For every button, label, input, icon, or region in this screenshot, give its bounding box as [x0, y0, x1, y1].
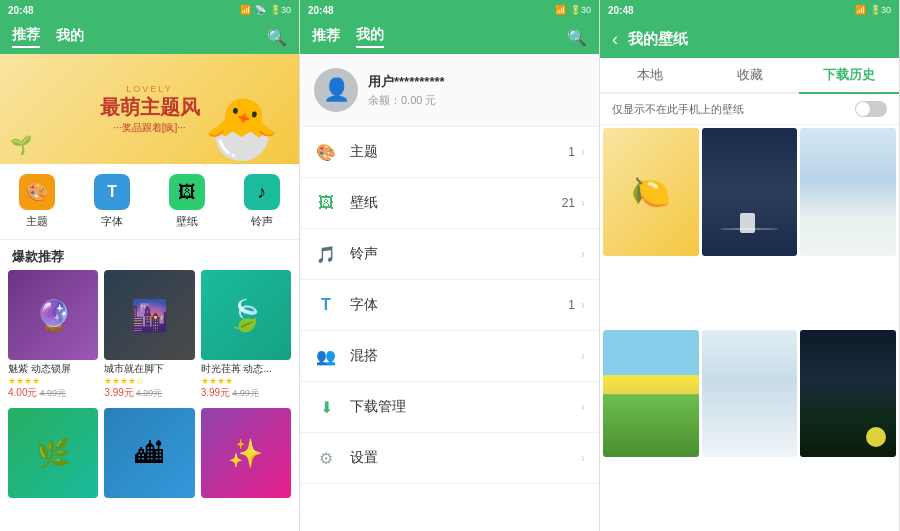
wifi-icon: 📡	[255, 5, 266, 15]
banner-lovely: LOVELY	[100, 84, 200, 94]
wallpaper-thumb-2[interactable]	[800, 128, 896, 256]
menu-font[interactable]: T 字体 1 ›	[300, 280, 599, 331]
back-button[interactable]: ‹	[612, 29, 618, 50]
tab-mine-p1[interactable]: 我的	[56, 27, 84, 47]
product-card-1[interactable]: 🌆 城市就在脚下 ★★★★☆ 3.99元 4.99元	[104, 270, 194, 400]
menu-download[interactable]: ⬇ 下载管理 ›	[300, 382, 599, 433]
menu-settings-arrow: ›	[581, 451, 585, 465]
product-name-2: 时光荏苒 动态...	[201, 362, 291, 376]
panel-mine: 20:48 📶 🔋30 推荐 我的 🔍 👤 用户********** 余额：0.…	[300, 0, 600, 531]
theme-icon: 🎨	[19, 174, 55, 210]
icon-ringtone[interactable]: ♪ 铃声	[224, 164, 299, 239]
product-stars-1: ★★★★☆	[104, 376, 194, 386]
product-stars-0: ★★★★	[8, 376, 98, 386]
product-grid: 🔮 魅紫 动态锁屏 ★★★★ 4.00元 4.99元 🌆 城市就在脚下 ★★★★…	[0, 270, 299, 408]
font-icon: T	[94, 174, 130, 210]
battery-icon-p3: 🔋30	[870, 5, 891, 15]
menu-font-label: 字体	[350, 296, 568, 314]
signal-icon-p2: 📶	[555, 5, 566, 15]
product-card-2[interactable]: 🍃 时光荏苒 动态... ★★★★ 3.99元 4.99元	[201, 270, 291, 400]
icon-theme[interactable]: 🎨 主题	[0, 164, 75, 239]
ringtone-icon: ♪	[244, 174, 280, 210]
product-price-old-2: 4.99元	[232, 387, 259, 400]
product-name-0: 魅紫 动态锁屏	[8, 362, 98, 376]
battery-icon-p2: 🔋30	[570, 5, 591, 15]
sub-tabs: 本地 收藏 下载历史	[600, 58, 899, 94]
menu-ringtone[interactable]: 🎵 铃声 ›	[300, 229, 599, 280]
panel3-header: ‹ 我的壁纸	[600, 20, 899, 58]
wallpaper-thumb-4[interactable]	[702, 330, 798, 458]
panel-recommend: 20:48 📶 📡 🔋30 推荐 我的 🔍 LOVELY 最萌主题风 ···奖品…	[0, 0, 300, 531]
tab-mine-p2[interactable]: 我的	[356, 26, 384, 48]
user-balance: 余额：0.00 元	[368, 93, 445, 108]
menu-theme[interactable]: 🎨 主题 1 ›	[300, 127, 599, 178]
wallpaper-thumb-1[interactable]	[702, 128, 798, 256]
product-card-0[interactable]: 🔮 魅紫 动态锁屏 ★★★★ 4.00元 4.99元	[8, 270, 98, 400]
product-price-1: 3.99元	[104, 386, 133, 400]
search-icon-p1[interactable]: 🔍	[267, 28, 287, 47]
product-card-4[interactable]: 🏙	[104, 408, 194, 498]
menu-mix-icon: 👥	[314, 344, 338, 368]
product-card-5[interactable]: ✨	[201, 408, 291, 498]
tab-history[interactable]: 下载历史	[799, 58, 899, 94]
product-name-1: 城市就在脚下	[104, 362, 194, 376]
user-info: 用户********** 余额：0.00 元	[368, 73, 445, 108]
wallpaper-thumb-5[interactable]	[800, 330, 896, 458]
menu-settings-label: 设置	[350, 449, 575, 467]
menu-wallpaper-badge: 21	[562, 196, 575, 210]
icon-grid: 🎨 主题 T 字体 🖼 壁纸 ♪ 铃声	[0, 164, 299, 240]
theme-label: 主题	[26, 214, 48, 229]
status-time: 20:48	[8, 5, 34, 16]
toggle-switch[interactable]	[855, 101, 887, 117]
product-card-3[interactable]: 🌿	[8, 408, 98, 498]
menu-font-arrow: ›	[581, 298, 585, 312]
menu-settings-icon: ⚙	[314, 446, 338, 470]
signal-icon: 📶	[240, 5, 251, 15]
menu-ringtone-arrow: ›	[581, 247, 585, 261]
icon-font[interactable]: T 字体	[75, 164, 150, 239]
menu-download-icon: ⬇	[314, 395, 338, 419]
menu-font-badge: 1	[568, 298, 575, 312]
status-time-p2: 20:48	[308, 5, 334, 16]
font-label: 字体	[101, 214, 123, 229]
menu-theme-badge: 1	[568, 145, 575, 159]
user-name: 用户**********	[368, 73, 445, 91]
search-icon-p2[interactable]: 🔍	[567, 28, 587, 47]
tab-recommend-p2[interactable]: 推荐	[312, 27, 340, 47]
product-price-old-0: 4.99元	[39, 387, 66, 400]
wallpaper-icon: 🖼	[169, 174, 205, 210]
menu-download-label: 下载管理	[350, 398, 575, 416]
product-price-2: 3.99元	[201, 386, 230, 400]
product-img-2: 🍃	[201, 270, 291, 360]
tab-local[interactable]: 本地	[600, 58, 700, 94]
banner: LOVELY 最萌主题风 ···奖品跟着[疯]··· 🐣 🌱	[0, 54, 299, 164]
menu-settings[interactable]: ⚙ 设置 ›	[300, 433, 599, 484]
menu-wallpaper-label: 壁纸	[350, 194, 562, 212]
menu-ringtone-label: 铃声	[350, 245, 575, 263]
tab-collect[interactable]: 收藏	[700, 58, 800, 94]
menu-list: 🎨 主题 1 › 🖼 壁纸 21 › 🎵 铃声 › T 字体 1 › 👥	[300, 127, 599, 531]
wallpaper-thumb-0[interactable]: 🍋	[603, 128, 699, 256]
banner-sub: ···奖品跟着[疯]···	[100, 121, 200, 135]
product-img-1: 🌆	[104, 270, 194, 360]
user-section: 👤 用户********** 余额：0.00 元	[300, 54, 599, 127]
wallpaper-grid: 🍋	[600, 125, 899, 531]
banner-main: 最萌主题风	[100, 94, 200, 121]
banner-decoration: 🌱	[10, 134, 32, 156]
filter-bar: 仅显示不在此手机上的壁纸	[600, 94, 899, 125]
icon-wallpaper[interactable]: 🖼 壁纸	[150, 164, 225, 239]
product-img-0: 🔮	[8, 270, 98, 360]
banner-character: 🐣	[204, 93, 279, 164]
menu-ringtone-icon: 🎵	[314, 242, 338, 266]
wallpaper-label: 壁纸	[176, 214, 198, 229]
ringtone-label: 铃声	[251, 214, 273, 229]
tab-recommend[interactable]: 推荐	[12, 26, 40, 48]
menu-mix[interactable]: 👥 混搭 ›	[300, 331, 599, 382]
product-price-old-1: 4.99元	[136, 387, 163, 400]
wallpaper-thumb-3[interactable]	[603, 330, 699, 458]
menu-wallpaper[interactable]: 🖼 壁纸 21 ›	[300, 178, 599, 229]
panel-my-wallpaper: 20:48 📶 🔋30 ‹ 我的壁纸 本地 收藏 下载历史 仅显示不在此手机上的…	[600, 0, 900, 531]
avatar: 👤	[314, 68, 358, 112]
toggle-knob	[856, 102, 870, 116]
status-time-p3: 20:48	[608, 5, 634, 16]
